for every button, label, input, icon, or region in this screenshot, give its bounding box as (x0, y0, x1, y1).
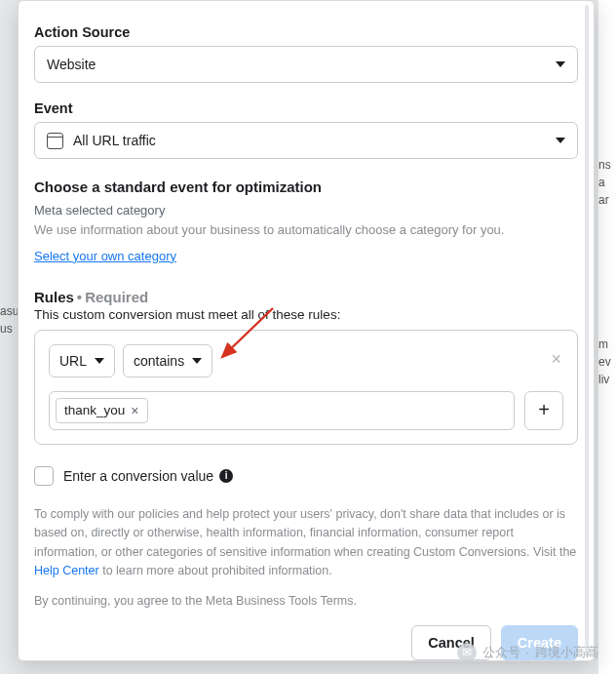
rules-subtext: This custom conversion must meet all of … (34, 307, 578, 322)
help-center-link[interactable]: Help Center (34, 564, 99, 577)
chevron-down-icon (95, 358, 104, 364)
rules-container: URL contains × thank_you × + (34, 330, 578, 445)
wechat-icon: ✉ (457, 643, 477, 662)
action-source-select[interactable]: Website (34, 46, 578, 83)
chevron-down-icon (192, 358, 202, 364)
terms-agreement: By continuing, you agree to the Meta Bus… (34, 594, 578, 608)
select-own-category-link[interactable]: Select your own category (34, 249, 176, 263)
event-label: Event (34, 100, 578, 116)
standard-event-heading: Choose a standard event for optimization (34, 178, 578, 195)
custom-conversion-modal: Action Source Website Event All URL traf… (18, 0, 595, 661)
rule-value-chip: thank_you × (56, 398, 148, 423)
background-right-text: ns a ar m ev liv (598, 0, 616, 674)
watermark: ✉ 公众号 · 跨境小高高 (457, 643, 598, 662)
info-icon[interactable]: i (219, 469, 233, 483)
background-left-text: asu us (0, 302, 19, 337)
action-source-value: Website (47, 57, 96, 72)
remove-rule-icon[interactable]: × (551, 350, 561, 368)
meta-category-description: We use information about your business t… (34, 221, 578, 240)
chevron-down-icon (556, 138, 565, 143)
chip-remove-icon[interactable]: × (131, 403, 138, 418)
conversion-value-label: Enter a conversion value i (63, 468, 233, 484)
event-value: All URL traffic (73, 133, 156, 148)
conversion-value-checkbox[interactable] (34, 466, 54, 486)
scrollbar[interactable] (585, 5, 589, 656)
browser-icon (47, 133, 63, 149)
rules-heading: Rules•Required (34, 289, 578, 305)
rule-operator-select[interactable]: contains (123, 344, 212, 377)
rule-parameter-select[interactable]: URL (49, 344, 115, 377)
meta-category-label: Meta selected category (34, 203, 578, 218)
add-rule-button[interactable]: + (524, 391, 563, 430)
rule-value-input[interactable]: thank_you × (49, 391, 515, 430)
policy-disclaimer: To comply with our policies and help pro… (34, 505, 578, 581)
action-source-label: Action Source (34, 24, 578, 40)
terms-link[interactable]: Meta Business Tools Terms. (206, 594, 357, 608)
event-select[interactable]: All URL traffic (34, 122, 578, 159)
chevron-down-icon (556, 61, 565, 67)
